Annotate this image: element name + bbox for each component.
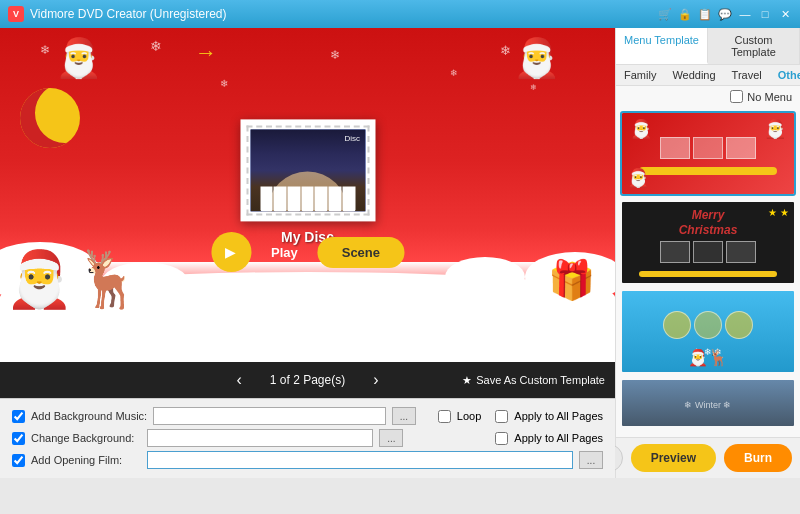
star-icon: ★ — [462, 374, 472, 387]
bg-music-label: Add Background Music: — [31, 410, 147, 422]
template-2-bar — [639, 271, 777, 277]
template-2-stars: ★ ★ — [768, 207, 789, 218]
nav-bar: ‹ 1 of 2 Page(s) › ★ Save As Custom Temp… — [0, 362, 615, 398]
template-preview-2: MerryChristmas ★ ★ — [622, 202, 794, 283]
save-template-label: Save As Custom Template — [476, 374, 605, 386]
cloud-4 — [445, 257, 525, 297]
snowflake: ❄ — [330, 48, 340, 62]
play-label: Play — [271, 245, 298, 260]
prev-page-button[interactable]: ‹ — [228, 367, 249, 393]
template-tabs: Menu Template Custom Template — [616, 28, 800, 65]
change-bg-checkbox[interactable] — [12, 432, 25, 445]
disc-preview-container: Disc My Disc — [240, 119, 375, 245]
template-3-thumbs — [663, 311, 753, 339]
snowflake: ❄ — [150, 38, 162, 54]
category-wedding[interactable]: Wedding — [664, 65, 723, 85]
template-item-1[interactable]: 🎅 🎅 🎅 — [620, 111, 796, 196]
loop-checkbox[interactable] — [438, 410, 451, 423]
template-item-4[interactable]: ❄ Winter ❄ — [620, 378, 796, 428]
santa-sleigh: 🎅🦌 — [5, 252, 143, 307]
template-2-title: MerryChristmas — [679, 208, 738, 237]
opening-film-browse-btn[interactable]: ... — [579, 451, 603, 469]
change-bg-label: Change Background: — [31, 432, 141, 444]
category-travel[interactable]: Travel — [724, 65, 770, 85]
app-logo: V — [8, 6, 24, 22]
preview-button[interactable]: Preview — [631, 444, 716, 472]
chat-icon[interactable]: 💬 — [718, 7, 732, 21]
tab-menu-template[interactable]: Menu Template — [616, 28, 708, 64]
loop-label: Loop — [457, 410, 481, 422]
template-1-santa: 🎅 — [627, 167, 649, 189]
snowflake: ❄ — [500, 43, 511, 58]
no-menu-row: No Menu — [616, 86, 800, 107]
template-1-hat-right: 🎅 — [764, 118, 786, 140]
change-bg-row: Change Background: ... Apply to All Page… — [12, 429, 603, 447]
moon — [20, 88, 80, 148]
apply-all-2-label: Apply to All Pages — [514, 432, 603, 444]
bg-music-checkbox[interactable] — [12, 410, 25, 423]
change-bg-input[interactable] — [147, 429, 373, 447]
options-panel: Add Background Music: ... Loop Apply to … — [0, 398, 615, 478]
template-category-bar: Family Wedding Travel Others › — [616, 65, 800, 86]
template-item-2[interactable]: MerryChristmas ★ ★ — [620, 200, 796, 285]
next-page-button[interactable]: › — [365, 367, 386, 393]
preview-area: ❄ ❄ ❄ ❄ ❄ ❄ ❄ ❄ 🎅 🎅 — [0, 28, 615, 362]
clipboard-icon[interactable]: 📋 — [698, 7, 712, 21]
category-family[interactable]: Family — [616, 65, 664, 85]
left-panel: ❄ ❄ ❄ ❄ ❄ ❄ ❄ ❄ 🎅 🎅 — [0, 28, 615, 478]
lock-icon[interactable]: 🔒 — [678, 7, 692, 21]
bg-music-row: Add Background Music: ... Loop Apply to … — [12, 407, 603, 425]
no-menu-checkbox[interactable] — [730, 90, 743, 103]
apply-all-2-checkbox[interactable] — [495, 432, 508, 445]
title-bar: V Vidmore DVD Creator (Unregistered) 🛒 🔒… — [0, 0, 800, 28]
page-info: 1 of 2 Page(s) — [270, 373, 345, 387]
santa-hat-right: 🎅 — [513, 36, 560, 80]
bg-music-input[interactable] — [153, 407, 386, 425]
disc-controls: ▶ Play Scene — [211, 232, 404, 272]
opening-film-label: Add Opening Film: — [31, 454, 141, 466]
bg-music-browse-btn[interactable]: ... — [392, 407, 416, 425]
santa-hat-left: 🎅 — [55, 36, 102, 80]
category-others[interactable]: Others — [770, 65, 800, 85]
template-3-santa: 🎅🦌 — [688, 348, 728, 367]
yellow-arrow-indicator: → — [195, 40, 217, 66]
snowflake: ❄ — [530, 83, 537, 92]
opening-film-input[interactable] — [147, 451, 573, 469]
save-template-button[interactable]: ★ Save As Custom Template — [462, 374, 605, 387]
cart-icon[interactable]: 🛒 — [658, 7, 672, 21]
tab-custom-template[interactable]: Custom Template — [708, 28, 800, 64]
christmas-background: ❄ ❄ ❄ ❄ ❄ ❄ ❄ ❄ 🎅 🎅 — [0, 28, 615, 362]
template-2-thumbs — [660, 241, 756, 263]
template-panel: Menu Template Custom Template Family Wed… — [615, 28, 800, 478]
disc-stamp: Disc — [240, 119, 375, 221]
action-buttons-row: Back Preview Burn — [616, 437, 800, 478]
template-1-bar — [639, 167, 777, 175]
opening-film-row: Add Opening Film: ... — [12, 451, 603, 469]
template-1-thumbs — [660, 137, 756, 159]
burn-button[interactable]: Burn — [724, 444, 792, 472]
maximize-btn[interactable]: □ — [758, 7, 772, 21]
scene-button[interactable]: Scene — [318, 237, 404, 268]
snowflake: ❄ — [40, 43, 50, 57]
main-content: ❄ ❄ ❄ ❄ ❄ ❄ ❄ ❄ 🎅 🎅 — [0, 28, 800, 478]
no-menu-label: No Menu — [747, 91, 792, 103]
play-button[interactable]: ▶ — [211, 232, 251, 272]
change-bg-browse-btn[interactable]: ... — [379, 429, 403, 447]
gift-box: 🎁 — [548, 258, 595, 302]
close-btn[interactable]: ✕ — [778, 7, 792, 21]
template-4-label: ❄ Winter ❄ — [684, 400, 731, 410]
snowflake: ❄ — [450, 68, 458, 78]
template-1-hat-left: 🎅 — [630, 118, 652, 140]
app-title: Vidmore DVD Creator (Unregistered) — [30, 7, 658, 21]
apply-all-1-label: Apply to All Pages — [514, 410, 603, 422]
template-preview-4: ❄ Winter ❄ — [622, 380, 794, 428]
template-list: 🎅 🎅 🎅 MerryChristmas — [616, 107, 800, 437]
minimize-btn[interactable]: — — [738, 7, 752, 21]
template-preview-3: ❄ ❄ ❄ 🎅🦌 — [622, 291, 794, 372]
template-item-3[interactable]: ❄ ❄ ❄ 🎅🦌 — [620, 289, 796, 374]
apply-all-1-checkbox[interactable] — [495, 410, 508, 423]
opening-film-checkbox[interactable] — [12, 454, 25, 467]
template-preview-1: 🎅 🎅 🎅 — [622, 113, 794, 194]
snowflake: ❄ — [220, 78, 228, 89]
window-controls[interactable]: 🛒 🔒 📋 💬 — □ ✕ — [658, 7, 792, 21]
